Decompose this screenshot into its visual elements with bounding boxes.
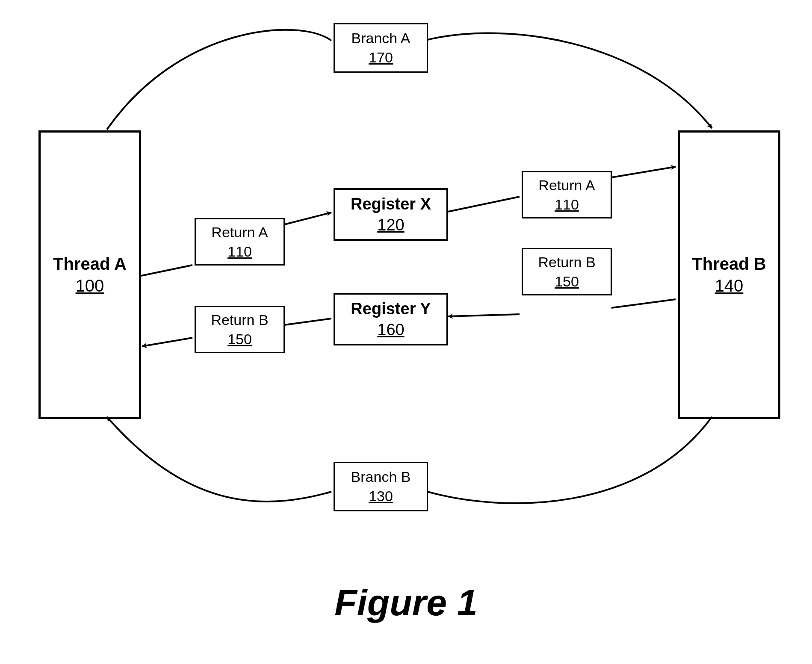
- branch-a-title: Branch A: [351, 30, 410, 47]
- return-b-left-box: Return B 150: [195, 306, 285, 353]
- thread-b-title: Thread B: [692, 254, 766, 274]
- thread-a-title: Thread A: [53, 254, 127, 274]
- branch-a-box: Branch A 170: [334, 23, 428, 73]
- thread-b-box: Thread B 140: [678, 130, 780, 419]
- return-b-right-num: 150: [555, 273, 579, 290]
- return-b-left-title: Return B: [211, 312, 268, 328]
- return-b-right-title: Return B: [538, 254, 595, 271]
- thread-a-box: Thread A 100: [38, 130, 141, 419]
- return-a-left-box: Return A 110: [195, 218, 285, 266]
- thread-a-num: 100: [76, 276, 104, 295]
- return-a-right-box: Return A 110: [522, 171, 612, 218]
- return-a-left-num: 110: [227, 243, 252, 260]
- branch-b-box: Branch B 130: [334, 462, 428, 511]
- return-a-right-title: Return A: [538, 177, 595, 194]
- register-x-title: Register X: [351, 195, 431, 213]
- branch-b-title: Branch B: [351, 469, 411, 485]
- branch-b-num: 130: [369, 488, 393, 505]
- diagram-canvas: Thread A 100 Thread B 140 Branch A 170 B…: [0, 0, 812, 664]
- return-b-right-box: Return B 150: [522, 248, 612, 295]
- register-y-num: 160: [377, 321, 404, 339]
- branch-a-num: 170: [369, 49, 393, 66]
- thread-b-num: 140: [715, 276, 744, 295]
- return-a-right-num: 110: [555, 196, 579, 213]
- register-y-box: Register Y 160: [334, 293, 448, 345]
- figure-label: Figure 1: [0, 581, 812, 624]
- return-b-left-num: 150: [227, 331, 252, 348]
- return-a-left-title: Return A: [211, 224, 268, 241]
- register-x-box: Register X 120: [334, 188, 448, 241]
- register-x-num: 120: [377, 216, 404, 234]
- register-y-title: Register Y: [351, 300, 431, 318]
